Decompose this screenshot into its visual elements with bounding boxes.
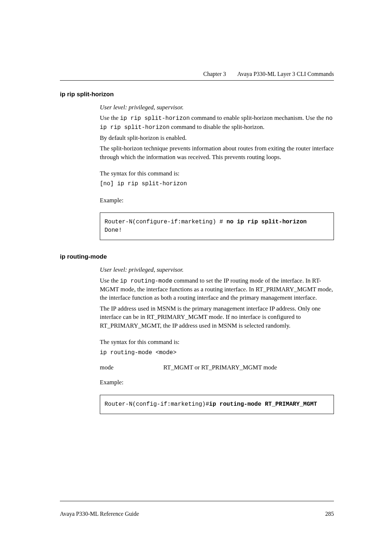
body-text: By default split-horizon is enabled.	[100, 134, 334, 142]
section-heading: ip routing-mode	[60, 253, 334, 260]
syntax-code: ip routing-mode <mode>	[100, 349, 334, 357]
text-fragment: Use the	[100, 277, 120, 284]
parameter-name: mode	[100, 363, 163, 372]
user-level-note: User level: privileged, supervisor.	[100, 103, 334, 112]
inline-code: ip rip split-horizon	[120, 115, 190, 122]
syntax-label: The syntax for this command is:	[100, 338, 334, 346]
parameter-row: mode RT_MGMT or RT_PRIMARY_MGMT mode	[100, 363, 334, 372]
body-text: The IP address used in MSNM is the prima…	[100, 304, 334, 330]
parameter-description: RT_MGMT or RT_PRIMARY_MGMT mode	[163, 363, 334, 372]
code-prompt: Router-N(config-if:marketing)#	[105, 401, 209, 408]
header-title: Avaya P330-ML Layer 3 CLI Commands	[237, 71, 334, 77]
code-example-box: Router-N(config-if:marketing)#ip routing…	[100, 395, 334, 414]
chapter-label: Chapter 3	[203, 71, 226, 77]
user-level-note: User level: privileged, supervisor.	[100, 266, 334, 274]
example-label: Example:	[100, 196, 334, 204]
text-fragment: command to enable split-horizon mechanis…	[190, 114, 326, 121]
body-text: Use the ip rip split-horizon command to …	[100, 114, 334, 131]
text-fragment: command to disable the split-horizon.	[170, 123, 265, 130]
section-ip-routing-mode: ip routing-mode User level: privileged, …	[60, 253, 334, 414]
code-command: no ip rip split-horizon	[226, 219, 307, 225]
page-footer: Avaya P330-ML Reference Guide 285	[60, 501, 334, 517]
section-ip-rip-split-horizon: ip rip split-horizon User level: privile…	[60, 91, 334, 240]
code-example-box: Router-N(configure-if:marketing) # no ip…	[100, 212, 334, 240]
code-output: Done!	[105, 226, 329, 235]
page-header: Chapter 3 Avaya P330-ML Layer 3 CLI Comm…	[60, 71, 334, 81]
body-text: The split-horizon technique prevents inf…	[100, 144, 334, 161]
section-heading: ip rip split-horizon	[60, 91, 334, 98]
syntax-label: The syntax for this command is:	[100, 169, 334, 178]
body-text: Use the ip routing-mode command to set t…	[100, 276, 334, 302]
footer-page-number: 285	[325, 511, 334, 517]
inline-code: ip routing-mode	[120, 278, 172, 284]
example-label: Example:	[100, 378, 334, 386]
footer-doc-title: Avaya P330-ML Reference Guide	[60, 511, 139, 517]
syntax-code: [no] ip rip split-horizon	[100, 180, 334, 188]
code-prompt: Router-N(configure-if:marketing) #	[105, 219, 226, 225]
code-command: ip routing-mode RT_PRIMARY_MGMT	[209, 401, 317, 408]
text-fragment: Use the	[100, 114, 120, 121]
code-line: Router-N(configure-if:marketing) # no ip…	[105, 218, 329, 226]
